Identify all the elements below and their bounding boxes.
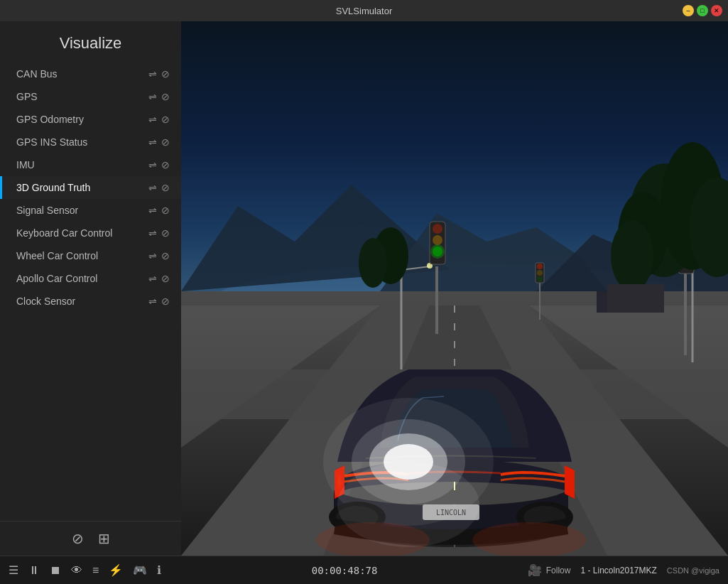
- titlebar: SVLSimulator – □ ✕: [0, 0, 728, 21]
- main-content: Visualize CAN Bus ⇌ ⊘ GPS ⇌ ⊘ GPS Odomet…: [0, 21, 728, 556]
- simulation-time: 00:00:48:78: [312, 565, 378, 576]
- svg-point-32: [537, 264, 543, 269]
- layers-icon[interactable]: ≡: [92, 564, 99, 577]
- sidebar-item-apollo-car-control[interactable]: Apollo Car Control ⇌ ⊘: [0, 267, 181, 290]
- camera-icon: 🎥: [528, 563, 542, 577]
- pause-icon[interactable]: ⏸: [28, 564, 40, 577]
- minimize-button[interactable]: –: [683, 5, 694, 16]
- publish-icon: ⇌: [148, 68, 157, 80]
- svg-rect-42: [607, 284, 664, 313]
- window-title: SVLSimulator: [336, 6, 392, 16]
- eye-off-icon: ⊘: [161, 182, 170, 193]
- publish-icon: ⇌: [148, 250, 157, 261]
- svg-rect-43: [597, 291, 607, 313]
- hide-icon[interactable]: ⊘: [72, 530, 84, 547]
- svg-point-39: [611, 220, 653, 291]
- eye-off-icon: ⊘: [161, 68, 170, 80]
- publish-icon: ⇌: [148, 91, 157, 102]
- menu-icon[interactable]: ☰: [9, 563, 18, 577]
- brand-label: CSDN @vigiga: [667, 566, 719, 575]
- grid-icon[interactable]: ⊞: [98, 530, 110, 547]
- publish-icon: ⇌: [148, 205, 157, 216]
- vehicle-label: 1 - Lincoln2017MKZ: [580, 566, 656, 575]
- publish-icon: ⇌: [148, 114, 157, 125]
- sidebar: Visualize CAN Bus ⇌ ⊘ GPS ⇌ ⊘ GPS Odomet…: [0, 21, 181, 556]
- eye-off-icon: ⊘: [161, 91, 170, 102]
- svg-point-20: [433, 224, 442, 234]
- scene: LINCOLN: [181, 21, 728, 556]
- eye-off-icon: ⊘: [161, 250, 170, 261]
- sidebar-item-keyboard-car-control[interactable]: Keyboard Car Control ⇌ ⊘: [0, 222, 181, 244]
- sidebar-item-3d-ground-truth[interactable]: 3D Ground Truth ⇌ ⊘: [0, 176, 181, 199]
- eye-off-icon: ⊘: [161, 273, 170, 284]
- publish-icon: ⇌: [148, 159, 157, 171]
- sidebar-item-gps[interactable]: GPS ⇌ ⊘: [0, 85, 181, 108]
- eye-off-icon: ⊘: [161, 296, 170, 307]
- publish-icon: ⇌: [148, 182, 157, 193]
- sidebar-item-wheel-car-control[interactable]: Wheel Car Control ⇌ ⊘: [0, 244, 181, 267]
- svg-point-34: [537, 276, 543, 282]
- plug-icon[interactable]: ⚡: [109, 563, 123, 577]
- viewport: LINCOLN: [181, 21, 728, 556]
- follow-label: Follow: [546, 566, 571, 575]
- sidebar-bottom: ⊘ ⊞: [0, 521, 181, 556]
- gamepad-icon[interactable]: 🎮: [133, 563, 147, 577]
- svg-point-33: [537, 270, 543, 276]
- sidebar-heading: Visualize: [0, 21, 181, 63]
- sidebar-items-list: CAN Bus ⇌ ⊘ GPS ⇌ ⊘ GPS Odometry ⇌ ⊘: [0, 63, 181, 521]
- sidebar-item-clock-sensor[interactable]: Clock Sensor ⇌ ⊘: [0, 290, 181, 313]
- svg-point-41: [359, 238, 387, 288]
- eye-off-icon: ⊘: [161, 205, 170, 216]
- maximize-button[interactable]: □: [697, 5, 708, 16]
- publish-icon: ⇌: [148, 296, 157, 307]
- svg-point-21: [433, 235, 442, 245]
- eye-icon[interactable]: 👁: [71, 564, 82, 577]
- eye-off-icon: ⊘: [161, 159, 170, 171]
- sidebar-item-signal-sensor[interactable]: Signal Sensor ⇌ ⊘: [0, 199, 181, 222]
- publish-icon: ⇌: [148, 227, 157, 239]
- sidebar-item-can-bus[interactable]: CAN Bus ⇌ ⊘: [0, 63, 181, 85]
- sidebar-item-imu[interactable]: IMU ⇌ ⊘: [0, 153, 181, 176]
- stop-icon[interactable]: ⏹: [50, 564, 61, 577]
- publish-icon: ⇌: [148, 136, 157, 148]
- svg-point-57: [337, 462, 479, 547]
- eye-off-icon: ⊘: [161, 136, 170, 148]
- bottom-toolbar: ☰ ⏸ ⏹ 👁 ≡ ⚡ 🎮 ℹ 00:00:48:78 🎥 Follow 1 -…: [0, 556, 728, 584]
- svg-point-23: [430, 244, 445, 259]
- eye-off-icon: ⊘: [161, 227, 170, 239]
- publish-icon: ⇌: [148, 273, 157, 284]
- sidebar-item-gps-odometry[interactable]: GPS Odometry ⇌ ⊘: [0, 108, 181, 131]
- eye-off-icon: ⊘: [161, 114, 170, 125]
- camera-control: 🎥 Follow: [528, 563, 571, 577]
- close-button[interactable]: ✕: [711, 5, 722, 16]
- info-icon[interactable]: ℹ: [157, 563, 161, 577]
- scene-svg: LINCOLN: [181, 21, 728, 556]
- window-controls: – □ ✕: [683, 5, 722, 16]
- sidebar-item-gps-ins-status[interactable]: GPS INS Status ⇌ ⊘: [0, 131, 181, 153]
